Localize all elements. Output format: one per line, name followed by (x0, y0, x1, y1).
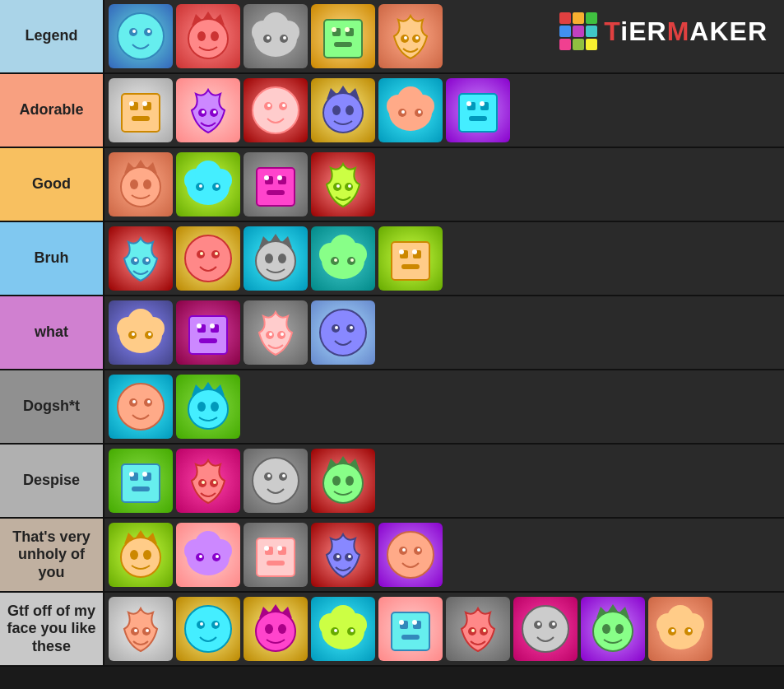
svg-point-140 (118, 384, 164, 430)
tier-row-unholy: That's very unholy of you (0, 519, 784, 593)
svg-point-87 (348, 184, 351, 188)
tier-row-dogshit: Dogsh*t (0, 370, 784, 445)
svg-rect-111 (392, 242, 429, 280)
svg-rect-130 (199, 338, 217, 343)
svg-point-68 (130, 179, 138, 189)
character-w4 (311, 300, 375, 365)
svg-point-49 (346, 105, 354, 115)
svg-point-57 (418, 110, 421, 114)
svg-point-100 (256, 241, 295, 281)
svg-point-209 (215, 622, 218, 626)
svg-point-252 (688, 629, 691, 632)
logo-cell-4 (559, 26, 571, 37)
svg-point-28 (415, 36, 419, 40)
character-c5 (378, 4, 443, 68)
svg-point-189 (264, 546, 269, 551)
svg-point-243 (602, 624, 610, 634)
svg-point-233 (483, 629, 486, 632)
tiermaker-logo: TiERMAKER (559, 12, 768, 50)
svg-point-135 (320, 310, 366, 356)
character-b5 (378, 226, 443, 291)
svg-point-81 (264, 175, 269, 180)
svg-point-215 (278, 624, 286, 634)
svg-point-56 (401, 110, 405, 114)
logo-cell-1 (559, 12, 571, 24)
logo-cell-8 (573, 39, 584, 50)
svg-point-199 (402, 548, 406, 552)
svg-point-22 (332, 27, 336, 32)
svg-point-194 (336, 555, 340, 558)
svg-point-10 (211, 31, 219, 41)
svg-rect-78 (257, 168, 295, 206)
svg-point-90 (134, 258, 137, 262)
character-a4 (311, 78, 375, 142)
svg-point-203 (134, 629, 137, 632)
svg-point-69 (143, 179, 151, 189)
svg-point-200 (417, 548, 420, 552)
character-u2 (176, 523, 240, 587)
character-g1 (109, 152, 173, 216)
svg-point-164 (267, 474, 271, 477)
character-c1 (109, 4, 173, 68)
svg-point-170 (332, 476, 341, 486)
logo-cell-2 (573, 12, 584, 24)
logo-cell-6 (586, 26, 597, 37)
svg-point-138 (335, 326, 338, 329)
character-w2 (176, 300, 240, 365)
logo-cell-5 (573, 26, 584, 37)
tier-row-adorable: Adorable (0, 74, 784, 148)
svg-point-18 (283, 36, 286, 40)
svg-point-3 (132, 30, 136, 33)
svg-point-128 (197, 324, 202, 328)
svg-point-76 (199, 184, 202, 188)
svg-point-213 (256, 612, 295, 651)
character-a3 (244, 78, 308, 142)
tier-content-despise (103, 445, 784, 517)
tier-label-unholy: That's very unholy of you (0, 519, 103, 591)
svg-point-228 (412, 620, 417, 625)
svg-rect-156 (132, 486, 150, 491)
tier-content-bruh (103, 222, 784, 295)
svg-point-169 (323, 463, 363, 503)
character-d1 (109, 375, 173, 439)
svg-point-139 (350, 326, 353, 329)
svg-point-155 (142, 472, 147, 477)
svg-point-190 (277, 546, 282, 551)
svg-point-165 (282, 474, 285, 477)
character-a1 (109, 78, 173, 142)
tier-label-despise: Despise (0, 445, 103, 517)
svg-point-39 (253, 87, 299, 133)
svg-point-222 (334, 629, 337, 632)
tier-row-good: Good (0, 148, 784, 222)
logo-cell-9 (586, 39, 597, 50)
tier-label-bruh: Bruh (0, 222, 103, 295)
svg-point-115 (412, 249, 417, 254)
tier-label-what: what (0, 296, 103, 369)
svg-point-123 (132, 333, 135, 336)
svg-point-114 (399, 249, 404, 254)
character-u3 (244, 523, 308, 587)
tier-content-good (103, 148, 784, 221)
tier-row-despise: Despise (0, 445, 784, 519)
character-b3 (244, 226, 308, 291)
svg-point-27 (404, 36, 407, 40)
character-dp3 (244, 449, 308, 513)
svg-point-214 (265, 624, 273, 634)
svg-point-144 (147, 400, 151, 403)
character-gt4 (311, 597, 375, 661)
svg-rect-63 (469, 116, 487, 121)
character-g4 (311, 152, 375, 216)
svg-point-95 (200, 252, 203, 255)
character-dp1 (109, 449, 173, 513)
tier-content-what (103, 296, 784, 369)
svg-point-77 (216, 184, 219, 188)
svg-rect-125 (189, 316, 227, 354)
svg-point-37 (202, 110, 205, 114)
svg-point-42 (267, 104, 271, 107)
svg-point-185 (216, 555, 219, 558)
tier-row-bruh: Bruh (0, 222, 784, 296)
svg-point-101 (265, 254, 273, 263)
svg-point-0 (118, 13, 164, 59)
svg-point-124 (148, 333, 151, 336)
svg-rect-116 (401, 264, 420, 269)
